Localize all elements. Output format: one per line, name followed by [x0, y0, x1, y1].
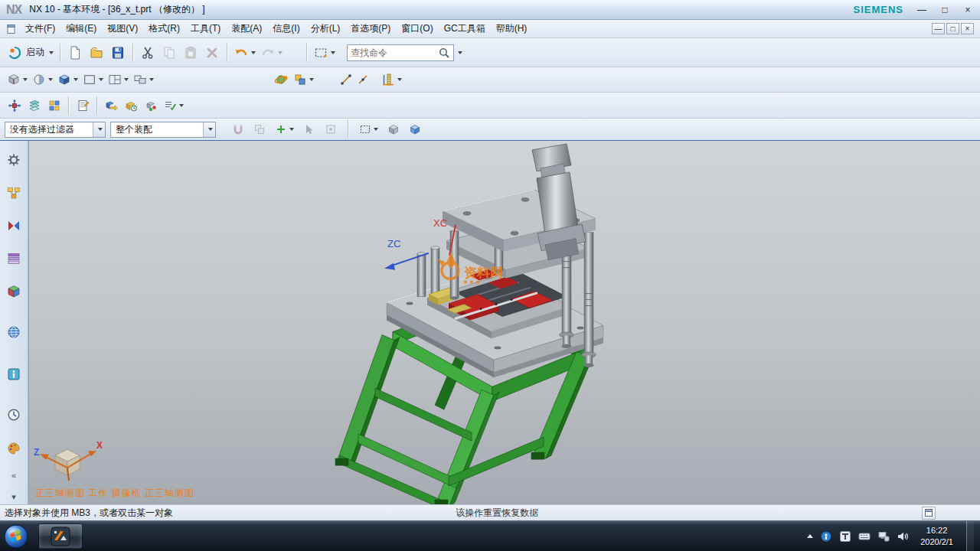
new-button[interactable]	[64, 42, 86, 64]
graphics-viewport[interactable]: ZC XC 资料网	[28, 141, 980, 504]
menu-analysis[interactable]: 分析(L)	[305, 20, 346, 37]
menu-format[interactable]: 格式(R)	[143, 20, 185, 37]
start-button[interactable]	[3, 523, 29, 549]
view-sync-button[interactable]	[131, 70, 156, 90]
select-arrow-button[interactable]	[301, 121, 318, 138]
chevron-down-icon	[124, 78, 129, 81]
dropdown-button[interactable]	[203, 122, 215, 137]
open-button[interactable]	[86, 42, 107, 64]
selection-scope-dropdown[interactable]: 整个装配	[110, 122, 216, 138]
select-plus-button[interactable]	[273, 121, 296, 138]
move-component-button[interactable]	[5, 96, 24, 116]
status-window-button[interactable]	[922, 507, 936, 520]
web-browser-icon[interactable]	[4, 322, 24, 342]
snap-midpoint-button[interactable]	[354, 71, 371, 88]
constraint-check-button[interactable]	[161, 96, 186, 116]
orient-view-button[interactable]	[5, 70, 30, 90]
separator	[306, 44, 307, 62]
window-layout-button[interactable]	[106, 70, 131, 90]
child-close-button[interactable]: ×	[961, 23, 974, 34]
resource-collapse-button[interactable]: «	[6, 471, 21, 481]
measure-distance-icon	[381, 73, 395, 86]
paste-button[interactable]	[180, 42, 201, 64]
child-window-icon[interactable]	[6, 24, 17, 34]
component-position-icon	[104, 99, 118, 112]
delete-button[interactable]	[201, 42, 223, 64]
select-scope-button[interactable]	[322, 121, 339, 138]
chevron-down-icon	[208, 128, 213, 131]
hd3d-tools-icon[interactable]	[4, 364, 24, 384]
select-arrow-icon	[303, 123, 315, 135]
menu-file[interactable]: 文件(F)	[20, 20, 60, 37]
component-position-button[interactable]	[101, 96, 121, 116]
reuse-library-icon[interactable]	[4, 282, 24, 302]
minimize-button[interactable]: —	[916, 5, 928, 15]
orbit-rotate-button[interactable]	[271, 70, 291, 90]
security-tray-icon[interactable]	[820, 530, 832, 543]
shaded-toggle-button[interactable]	[385, 121, 402, 138]
chevron-down-icon[interactable]	[458, 51, 462, 54]
windows-start-icon	[3, 523, 29, 549]
roles-gear-icon[interactable]	[4, 150, 24, 170]
menu-tools[interactable]: 工具(T)	[185, 20, 226, 37]
find-command-input[interactable]	[351, 47, 438, 58]
select-union-button[interactable]	[251, 121, 268, 138]
shaded-view-button[interactable]	[55, 70, 80, 90]
render-background-button[interactable]	[80, 70, 106, 90]
constraint-navigator-icon[interactable]	[4, 216, 24, 236]
snap-magnet-button[interactable]	[230, 121, 247, 138]
remember-constraints-button[interactable]	[141, 96, 161, 116]
chevron-down-icon	[49, 51, 54, 54]
maximize-button[interactable]: □	[939, 5, 951, 15]
translucent-toggle-button[interactable]	[407, 121, 423, 138]
view-triad[interactable]: Z X	[34, 440, 103, 481]
dropdown-button[interactable]	[93, 122, 105, 137]
marquee-select-button[interactable]	[311, 42, 338, 64]
show-hidden-icons-button[interactable]	[807, 534, 813, 538]
menu-view[interactable]: 视图(V)	[102, 20, 143, 37]
search-icon[interactable]	[438, 47, 450, 59]
view-operation-icon	[293, 73, 307, 86]
component-report-button[interactable]	[73, 96, 93, 116]
marquee-style-button[interactable]	[357, 121, 381, 138]
redo-button[interactable]	[258, 42, 285, 64]
network-icon[interactable]	[877, 530, 890, 543]
assembly-sequence-icon	[124, 99, 138, 112]
save-button[interactable]	[107, 42, 129, 64]
constraint-layers-button[interactable]	[24, 96, 44, 116]
keyboard-layout-icon[interactable]	[858, 530, 871, 543]
menu-edit[interactable]: 编辑(E)	[60, 20, 102, 37]
pattern-component-button[interactable]	[44, 96, 64, 116]
view-operation-button[interactable]	[291, 70, 316, 90]
resource-scroll-button[interactable]: ▾	[6, 492, 21, 503]
part-navigator-icon[interactable]	[4, 249, 24, 269]
cut-button[interactable]	[137, 42, 158, 64]
menu-assemblies[interactable]: 装配(A)	[226, 20, 267, 37]
start-button[interactable]: 启动	[5, 42, 56, 64]
menu-preferences[interactable]: 首选项(P)	[345, 20, 396, 37]
assembly-navigator-icon[interactable]	[4, 183, 24, 203]
ime-language-icon[interactable]	[839, 530, 851, 543]
undo-button[interactable]	[231, 42, 258, 64]
menu-window[interactable]: 窗口(O)	[396, 20, 438, 37]
menu-gc-toolbox[interactable]: GC工具箱	[439, 20, 491, 37]
snap-point-button[interactable]	[338, 71, 354, 88]
close-button[interactable]: ×	[962, 5, 974, 15]
tray-clock[interactable]: 16:22 2020/2/1	[920, 525, 953, 548]
chevron-down-icon	[309, 78, 314, 81]
child-minimize-button[interactable]: —	[932, 23, 945, 34]
menu-help[interactable]: 帮助(H)	[491, 20, 533, 37]
selection-filter-dropdown[interactable]: 没有选择过滤器	[5, 122, 106, 138]
view-style-button[interactable]	[30, 70, 55, 90]
history-icon[interactable]	[4, 405, 24, 425]
show-desktop-button[interactable]	[966, 521, 974, 551]
measure-distance-button[interactable]	[379, 70, 404, 90]
separator	[60, 44, 60, 62]
copy-button[interactable]	[158, 42, 180, 64]
child-restore-button[interactable]: □	[946, 23, 959, 34]
menu-information[interactable]: 信息(I)	[267, 20, 305, 37]
system-palette-icon[interactable]	[4, 439, 24, 458]
taskbar-app-nx[interactable]	[38, 523, 83, 549]
volume-icon[interactable]	[897, 530, 909, 543]
assembly-sequence-button[interactable]	[121, 96, 141, 116]
